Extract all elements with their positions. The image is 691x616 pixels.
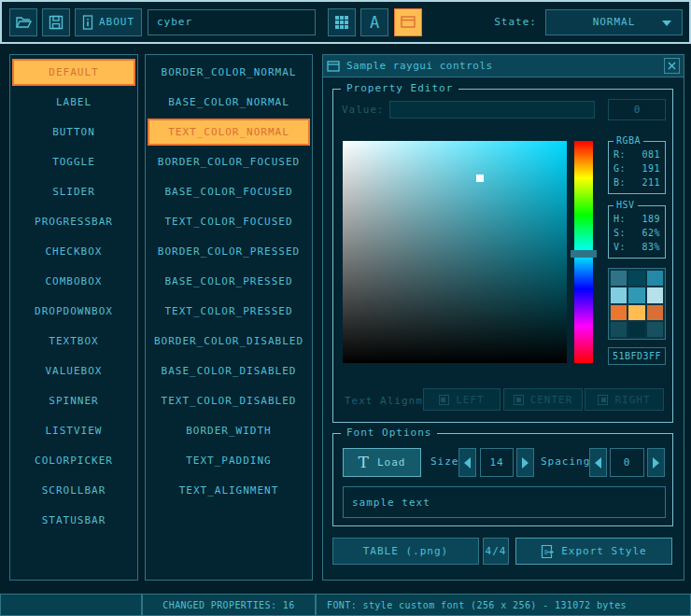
align-center-button[interactable]: CENTER xyxy=(503,388,583,411)
color-swatch[interactable] xyxy=(647,287,663,302)
spacing-decrement-button[interactable] xyxy=(589,448,607,477)
load-font-button[interactable]: T Load xyxy=(343,448,421,477)
properties-list-item[interactable]: BORDER_COLOR_FOCUSED xyxy=(148,148,310,175)
color-swatch[interactable] xyxy=(647,305,663,320)
rgba-label: RGBA xyxy=(613,135,643,146)
font-info-text: FONT: style custom font (256 x 256) - 13… xyxy=(327,600,627,610)
size-value-box[interactable]: 14 xyxy=(480,448,514,477)
color-swatch[interactable] xyxy=(628,271,644,286)
hue-slider-handle[interactable] xyxy=(571,250,597,258)
properties-list-item[interactable]: BASE_COLOR_NORMAL xyxy=(148,89,310,116)
properties-list-item[interactable]: TEXT_PADDING xyxy=(148,447,310,474)
color-picker-cursor[interactable] xyxy=(476,175,484,182)
hsv-row-v: V: 83% xyxy=(609,240,665,254)
hsv-row-s: S: 62% xyxy=(609,226,665,240)
controls-list-item[interactable]: COLORPICKER xyxy=(12,447,135,474)
sample-controls-window: Sample raygui controls Property Editor V… xyxy=(322,54,684,581)
properties-list-item[interactable]: BASE_COLOR_PRESSED xyxy=(148,268,310,295)
h-value: 189 xyxy=(642,212,660,226)
controls-list: DEFAULT LABEL BUTTON TOGGLE SLIDER PROGR… xyxy=(9,54,138,581)
export-table-label: TABLE (.png) xyxy=(363,545,448,557)
color-swatch[interactable] xyxy=(611,287,627,302)
properties-list-item[interactable]: TEXT_COLOR_PRESSED xyxy=(148,298,310,325)
svg-text:E: E xyxy=(544,548,549,555)
close-button[interactable] xyxy=(664,58,680,74)
controls-list-item[interactable]: TEXTBOX xyxy=(12,328,135,355)
style-table-view-button[interactable] xyxy=(328,8,356,36)
sample-text-input[interactable]: sample text xyxy=(343,486,666,518)
state-dropdown[interactable]: NORMAL xyxy=(545,9,683,35)
value-spinner[interactable]: 0 xyxy=(608,99,666,120)
window-titlebar: Sample raygui controls xyxy=(323,55,684,77)
size-decrement-button[interactable] xyxy=(458,448,476,477)
controls-list-item[interactable]: COMBOBOX xyxy=(12,268,135,295)
properties-list-item[interactable]: BORDER_COLOR_NORMAL xyxy=(148,59,310,86)
rguistyler-app: ABOUT A State: NORMA xyxy=(0,0,691,616)
controls-list-item[interactable]: VALUEBOX xyxy=(12,357,135,385)
properties-list-item[interactable]: TEXT_ALIGNMENT xyxy=(148,477,310,504)
controls-list-item[interactable]: SCROLLBAR xyxy=(12,477,135,504)
chevron-left-icon xyxy=(595,457,601,469)
rgba-row-g: G: 191 xyxy=(609,161,665,175)
about-button-label: ABOUT xyxy=(99,16,134,28)
controls-list-item[interactable]: DEFAULT xyxy=(12,59,135,86)
color-swatch[interactable] xyxy=(647,322,663,337)
controls-list-item[interactable]: DROPDOWNBOX xyxy=(12,298,135,325)
page-indicator-value: 4/4 xyxy=(486,545,507,557)
page-indicator[interactable]: 4/4 xyxy=(483,538,509,565)
font-options-label: Font Options xyxy=(341,427,437,439)
rgba-group: RGBA R: 081 G: 191 B: 211 xyxy=(608,141,666,194)
properties-list-item[interactable]: BORDER_COLOR_PRESSED xyxy=(148,238,310,265)
font-options-group: Font Options T Load Size: 14 Spacing: 0 xyxy=(332,433,673,526)
color-swatch[interactable] xyxy=(611,271,627,286)
properties-list-item[interactable]: BORDER_WIDTH xyxy=(148,417,310,444)
align-left-button[interactable]: LEFT xyxy=(423,388,501,411)
hue-slider[interactable] xyxy=(574,141,593,363)
value-input[interactable] xyxy=(389,101,595,119)
color-swatch[interactable] xyxy=(628,322,644,337)
color-swatch[interactable] xyxy=(611,322,627,337)
controls-list-item[interactable]: LABEL xyxy=(12,89,135,116)
style-name-input[interactable] xyxy=(148,9,316,35)
controls-list-item[interactable]: TOGGLE xyxy=(12,148,135,175)
controls-list-item[interactable]: BUTTON xyxy=(12,119,135,146)
color-swatch[interactable] xyxy=(628,305,644,320)
align-right-button[interactable]: RIGHT xyxy=(585,388,664,411)
controls-list-item[interactable]: STATUSBAR xyxy=(12,507,135,534)
color-swatch[interactable] xyxy=(628,287,644,302)
controls-list-item[interactable]: SLIDER xyxy=(12,178,135,205)
rgba-row-r: R: 081 xyxy=(609,147,665,161)
spacing-value-box[interactable]: 0 xyxy=(610,448,644,477)
rgba-row-b: B: 211 xyxy=(609,175,665,189)
r-key: R: xyxy=(613,147,626,161)
export-style-label: Export Style xyxy=(561,545,646,557)
export-style-button[interactable]: E Export Style xyxy=(515,538,672,565)
color-swatch[interactable] xyxy=(647,271,663,286)
color-swatch[interactable] xyxy=(611,305,627,320)
properties-list-item[interactable]: TEXT_COLOR_DISABLED xyxy=(148,387,310,414)
open-style-button[interactable] xyxy=(9,8,37,36)
controls-view-button[interactable] xyxy=(394,8,422,36)
font-view-button[interactable]: A xyxy=(360,8,388,36)
controls-list-item[interactable]: CHECKBOX xyxy=(12,238,135,265)
controls-list-item[interactable]: PROGRESSBAR xyxy=(12,208,135,235)
export-table-button[interactable]: TABLE (.png) xyxy=(332,538,479,565)
color-picker-panel[interactable] xyxy=(343,141,567,363)
size-value: 14 xyxy=(489,456,503,469)
controls-list-item[interactable]: SPINNER xyxy=(12,387,135,414)
properties-list-item[interactable]: TEXT_COLOR_FOCUSED xyxy=(148,208,310,235)
hex-value-input[interactable]: 51BFD3FF xyxy=(608,347,666,365)
g-key: G: xyxy=(613,161,626,175)
about-button[interactable]: ABOUT xyxy=(75,8,142,36)
hsv-row-h: H: 189 xyxy=(609,212,665,226)
save-style-button[interactable] xyxy=(42,8,70,36)
properties-list-item[interactable]: BORDER_COLOR_DISABLED xyxy=(148,328,310,355)
grid-icon xyxy=(335,16,348,29)
style-color-swatches xyxy=(608,268,666,340)
controls-list-item[interactable]: LISTVIEW xyxy=(12,417,135,444)
spacing-increment-button[interactable] xyxy=(647,448,665,477)
size-increment-button[interactable] xyxy=(516,448,534,477)
properties-list-item[interactable]: TEXT_COLOR_NORMAL xyxy=(148,119,310,146)
properties-list-item[interactable]: BASE_COLOR_DISABLED xyxy=(148,357,310,385)
properties-list-item[interactable]: BASE_COLOR_FOCUSED xyxy=(148,178,310,205)
